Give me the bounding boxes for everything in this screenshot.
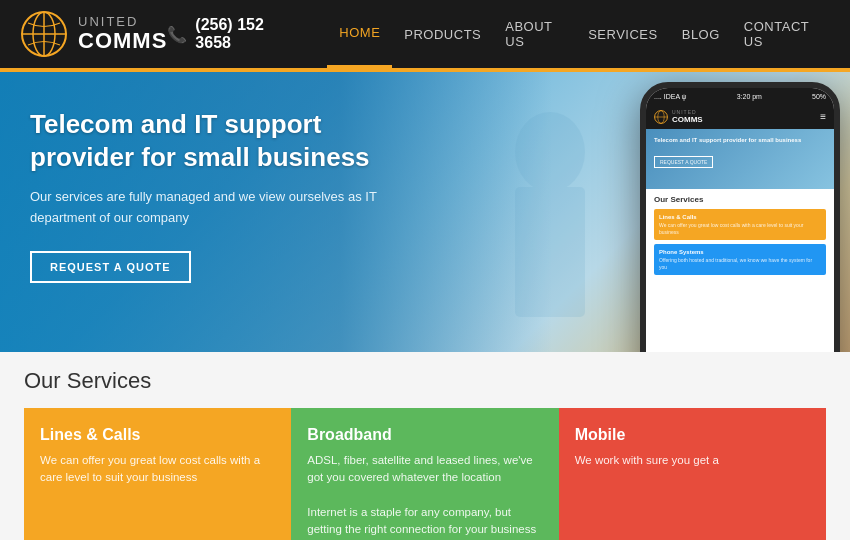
service-card-lines: Lines & Calls We can offer you great low… [24, 408, 291, 540]
svg-rect-5 [515, 187, 585, 317]
nav-about[interactable]: ABOUT US [493, 0, 576, 68]
phone-area[interactable]: 📞 (256) 152 3658 [167, 16, 297, 52]
phone-header: UNITED COMMS ≡ [646, 104, 834, 129]
logo[interactable]: UNITED COMMS [20, 10, 167, 58]
service-card-lines-title: Lines & Calls [40, 426, 275, 444]
phone-service-lines-name: Lines & Calls [659, 214, 821, 220]
phone-mockup: .... IDEA ψ 3:20 pm 50% UNITED COMMS [640, 82, 840, 352]
service-card-mobile-title: Mobile [575, 426, 810, 444]
phone-services: Our Services Lines & Calls We can offer … [646, 189, 834, 285]
nav-blog[interactable]: BLOG [670, 0, 732, 68]
phone-status-right: 50% [812, 93, 826, 100]
phone-service-phone-desc: Offering both hosted and traditional, we… [659, 257, 821, 270]
hero-title: Telecom and IT support provider for smal… [30, 108, 400, 173]
phone-icon: 📞 [167, 25, 187, 44]
phone-status-left: .... IDEA ψ [654, 93, 687, 100]
phone-hero-btn[interactable]: REQUEST A QUOTE [654, 156, 713, 168]
svg-point-4 [515, 112, 585, 192]
hero-section: Telecom and IT support provider for smal… [0, 72, 850, 352]
phone-globe-icon [654, 110, 668, 124]
phone-service-lines-desc: We can offer you great low cost calls wi… [659, 222, 821, 235]
service-card-mobile-desc: We work with sure you get a [575, 452, 810, 469]
phone-hero: Telecom and IT support provider for smal… [646, 129, 834, 189]
service-card-broadband-title: Broadband [307, 426, 542, 444]
services-cards: Lines & Calls We can offer you great low… [24, 408, 826, 540]
phone-menu-icon[interactable]: ≡ [820, 111, 826, 122]
logo-comms: COMMS [78, 29, 167, 53]
services-section: Our Services Lines & Calls We can offer … [0, 352, 850, 540]
phone-logo-comms: COMMS [672, 115, 703, 124]
phone-services-title: Our Services [654, 195, 826, 204]
nav-contact[interactable]: CONTACT US [732, 0, 830, 68]
service-card-lines-desc: We can offer you great low cost calls wi… [40, 452, 275, 487]
logo-united: UNITED [78, 15, 167, 29]
hero-person-bg [450, 72, 650, 352]
services-section-title: Our Services [24, 368, 826, 394]
phone-logo: UNITED COMMS [654, 109, 703, 124]
service-card-broadband: Broadband ADSL, fiber, satellite and lea… [291, 408, 558, 540]
nav: HOME PRODUCTS ABOUT US SERVICES BLOG CON… [327, 0, 830, 68]
phone-status-time: 3:20 pm [737, 93, 762, 100]
phone-status-bar: .... IDEA ψ 3:20 pm 50% [646, 88, 834, 104]
logo-text: UNITED COMMS [78, 15, 167, 53]
phone-outer: .... IDEA ψ 3:20 pm 50% UNITED COMMS [640, 82, 840, 352]
phone-service-lines: Lines & Calls We can offer you great low… [654, 209, 826, 240]
service-card-broadband-desc: ADSL, fiber, satellite and leased lines,… [307, 452, 542, 540]
header-right: 📞 (256) 152 3658 HOME PRODUCTS ABOUT US … [167, 0, 830, 68]
header: UNITED COMMS 📞 (256) 152 3658 HOME PRODU… [0, 0, 850, 68]
nav-products[interactable]: PRODUCTS [392, 0, 493, 68]
nav-services[interactable]: SERVICES [576, 0, 670, 68]
phone-service-phone-name: Phone Systems [659, 249, 821, 255]
phone-hero-title: Telecom and IT support provider for smal… [654, 137, 826, 145]
request-quote-button[interactable]: REQUEST A QUOTE [30, 251, 191, 283]
phone-screen: .... IDEA ψ 3:20 pm 50% UNITED COMMS [646, 88, 834, 352]
phone-logo-text: UNITED COMMS [672, 109, 703, 124]
hero-content: Telecom and IT support provider for smal… [0, 72, 430, 319]
nav-home[interactable]: HOME [327, 0, 392, 68]
phone-number: (256) 152 3658 [195, 16, 297, 52]
service-card-mobile: Mobile We work with sure you get a 📱 › [559, 408, 826, 540]
hero-subtitle: Our services are fully managed and we vi… [30, 187, 400, 229]
globe-icon [20, 10, 68, 58]
phone-service-phone: Phone Systems Offering both hosted and t… [654, 244, 826, 275]
